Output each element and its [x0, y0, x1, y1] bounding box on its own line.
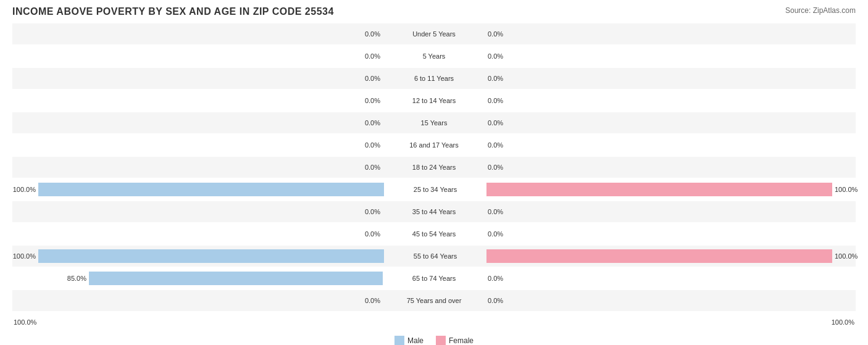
female-value: 0.0%: [488, 230, 511, 238]
male-value: 100.0%: [12, 186, 36, 193]
right-bar-container: 0.0%: [485, 201, 856, 222]
bottom-right-value: 100.0%: [484, 318, 856, 326]
left-bar-wrap: 0.0%: [12, 201, 383, 222]
right-bar-container: 0.0%: [485, 135, 856, 156]
female-value: 0.0%: [488, 119, 511, 127]
male-value: 0.0%: [357, 208, 380, 215]
female-value: 0.0%: [488, 30, 511, 38]
age-label: 5 Years: [383, 52, 485, 60]
left-bar-wrap: 85.0%: [12, 268, 383, 289]
chart-row: 0.0% 12 to 14 Years 0.0%: [12, 90, 856, 111]
chart-row: 0.0% 45 to 54 Years 0.0%: [12, 223, 856, 244]
chart-legend: Male Female: [12, 336, 856, 345]
chart-row: 0.0% Under 5 Years 0.0%: [12, 23, 856, 44]
chart-row: 0.0% 5 Years 0.0%: [12, 46, 856, 67]
right-bar-container: 0.0%: [485, 23, 856, 44]
left-bar-container: 0.0%: [12, 135, 383, 156]
female-value: 0.0%: [488, 141, 511, 149]
male-value: 0.0%: [357, 164, 380, 171]
age-label: Under 5 Years: [383, 30, 485, 38]
chart-container: 0.0% Under 5 Years 0.0% 0.0% 5 Years 0.0…: [12, 23, 856, 331]
chart-row: 0.0% 16 and 17 Years 0.0%: [12, 135, 856, 156]
left-bar-wrap: 0.0%: [12, 46, 383, 67]
left-bar-container: 85.0%: [12, 268, 383, 289]
chart-row: 0.0% 6 to 11 Years 0.0%: [12, 68, 856, 89]
right-bar-wrap: 0.0%: [485, 201, 856, 222]
right-bar-wrap: 0.0%: [485, 112, 856, 133]
right-bar-wrap: 0.0%: [485, 268, 856, 289]
right-bar-wrap: 0.0%: [485, 23, 856, 44]
male-value: 0.0%: [357, 30, 380, 38]
left-bar-wrap: 0.0%: [12, 157, 383, 178]
left-bar-container: 100.0%: [12, 246, 384, 267]
male-bar: [38, 249, 384, 263]
left-bar-container: 0.0%: [12, 46, 383, 67]
left-bar-container: 0.0%: [12, 290, 383, 311]
right-bar-wrap: 0.0%: [485, 46, 856, 67]
chart-row: 0.0% 35 to 44 Years 0.0%: [12, 201, 856, 222]
legend-female-label: Female: [449, 336, 474, 345]
chart-row: 100.0% 55 to 64 Years 100.0%: [12, 246, 856, 267]
age-label: 45 to 54 Years: [383, 230, 485, 238]
male-value: 0.0%: [357, 97, 380, 104]
male-value: 85.0%: [63, 275, 86, 282]
right-bar-container: 0.0%: [485, 268, 856, 289]
right-bar-wrap: 0.0%: [485, 223, 856, 244]
left-bar-wrap: 0.0%: [12, 23, 383, 44]
right-bar-container: 0.0%: [485, 46, 856, 67]
male-value: 100.0%: [12, 252, 36, 260]
right-bar-container: 0.0%: [485, 68, 856, 89]
female-value: 0.0%: [488, 208, 511, 215]
male-value: 0.0%: [357, 119, 380, 127]
left-bar-wrap: 0.0%: [12, 112, 383, 133]
age-label: 75 Years and over: [383, 297, 485, 304]
female-value: 0.0%: [488, 297, 511, 304]
female-value: 0.0%: [488, 52, 511, 60]
left-bar-container: 0.0%: [12, 201, 383, 222]
right-bar-wrap: 100.0%: [486, 179, 858, 200]
male-value: 0.0%: [357, 52, 380, 60]
male-value: 0.0%: [357, 297, 380, 304]
male-bar: [38, 183, 384, 196]
legend-male-label: Male: [407, 336, 424, 345]
legend-male: Male: [394, 336, 424, 345]
right-bar-wrap: 0.0%: [485, 90, 856, 111]
age-label: 65 to 74 Years: [383, 275, 485, 282]
right-bar-container: 0.0%: [485, 223, 856, 244]
left-bar-container: 0.0%: [12, 112, 383, 133]
male-value: 0.0%: [357, 230, 380, 238]
chart-row: 100.0% 25 to 34 Years 100.0%: [12, 179, 856, 200]
bottom-values-row: 100.0% 100.0%: [12, 314, 856, 331]
left-bar-wrap: 100.0%: [12, 246, 384, 267]
age-label: 16 and 17 Years: [383, 141, 485, 149]
legend-female-box: [436, 336, 446, 345]
male-value: 0.0%: [357, 75, 380, 82]
right-bar-wrap: 0.0%: [485, 68, 856, 89]
left-bar-container: 100.0%: [12, 179, 384, 200]
right-bar-container: 0.0%: [485, 112, 856, 133]
chart-row: 0.0% 75 Years and over 0.0%: [12, 290, 856, 311]
chart-row: 85.0% 65 to 74 Years 0.0%: [12, 268, 856, 289]
right-bar-container: 0.0%: [485, 90, 856, 111]
left-bar-container: 0.0%: [12, 90, 383, 111]
age-label: 35 to 44 Years: [383, 208, 485, 215]
left-bar-container: 0.0%: [12, 223, 383, 244]
legend-male-box: [394, 336, 404, 345]
right-bar-wrap: 100.0%: [486, 246, 858, 267]
right-bar-wrap: 0.0%: [485, 135, 856, 156]
age-label: 18 to 24 Years: [383, 164, 485, 171]
age-label: 12 to 14 Years: [383, 97, 485, 104]
left-bar-wrap: 0.0%: [12, 68, 383, 89]
male-bar: [89, 272, 383, 285]
male-value: 0.0%: [357, 141, 380, 149]
left-bar-container: 0.0%: [12, 157, 383, 178]
chart-row: 0.0% 18 to 24 Years 0.0%: [12, 157, 856, 178]
chart-row: 0.0% 15 Years 0.0%: [12, 112, 856, 133]
age-label: 6 to 11 Years: [383, 75, 485, 82]
female-value: 0.0%: [488, 97, 511, 104]
bottom-left-value: 100.0%: [12, 318, 384, 326]
age-label: 15 Years: [383, 119, 485, 127]
chart-header: INCOME ABOVE POVERTY BY SEX AND AGE IN Z…: [12, 6, 856, 17]
right-bar-wrap: 0.0%: [485, 290, 856, 311]
female-value: 0.0%: [488, 275, 511, 282]
